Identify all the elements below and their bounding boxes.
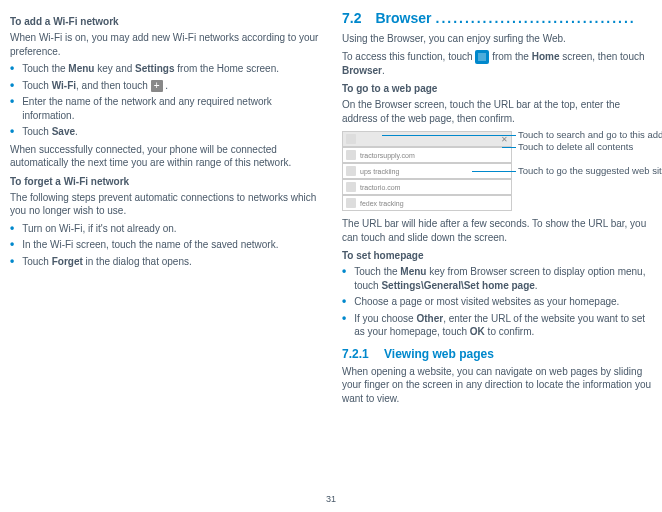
url-favicon-icon [346, 198, 356, 208]
page-number: 31 [0, 494, 662, 504]
right-column: 7.2 Browser ............................… [342, 10, 652, 502]
url-favicon-icon [346, 166, 356, 176]
heading-forget-wifi: To forget a Wi-Fi network [10, 176, 320, 187]
callout-line [472, 171, 516, 173]
bullet-dot-icon: • [10, 255, 14, 269]
paragraph: Using the Browser, you can enjoy surfing… [342, 32, 652, 46]
bullet-item: • Touch the Menu key from Browser screen… [342, 265, 652, 292]
bullet-item: • Touch Save. [10, 125, 320, 139]
bullet-item: • Touch Forget in the dialog that opens. [10, 255, 320, 269]
url-suggestion-text: fedex tracking [360, 200, 508, 207]
compass-icon [475, 50, 489, 64]
paragraph: When Wi-Fi is on, you may add new Wi-Fi … [10, 31, 320, 58]
subsection-heading: 7.2.1 Viewing web pages [342, 347, 652, 361]
bullet-text: Touch Wi-Fi, and then touch + . [22, 79, 320, 93]
bullet-text: Choose a page or most visited websites a… [354, 295, 652, 309]
section-number: 7.2 [342, 10, 361, 26]
paragraph: When opening a website, you can navigate… [342, 365, 652, 406]
paragraph: On the Browser screen, touch the URL bar… [342, 98, 652, 125]
plus-icon: + [151, 80, 163, 92]
url-favicon-icon [346, 134, 356, 144]
url-suggestion-text: tractorio.com [360, 184, 508, 191]
bullet-dot-icon: • [10, 222, 14, 236]
bullet-text: Turn on Wi-Fi, if it's not already on. [22, 222, 320, 236]
bullet-item: • Enter the name of the network and any … [10, 95, 320, 122]
bullet-item: • Touch Wi-Fi, and then touch + . [10, 79, 320, 93]
url-suggestion: tractorio.com [342, 179, 512, 195]
callout-suggested: Touch to go the suggested web site [518, 165, 662, 176]
callout-line [382, 135, 516, 137]
bullet-text: Touch the Menu key and Settings from the… [22, 62, 320, 76]
bullet-dot-icon: • [10, 125, 14, 139]
heading-goto-page: To go to a web page [342, 83, 652, 94]
url-suggestion: fedex tracking [342, 195, 512, 211]
paragraph: The following steps prevent automatic co… [10, 191, 320, 218]
url-favicon-icon [346, 182, 356, 192]
bullet-dot-icon: • [342, 295, 346, 309]
left-column: To add a Wi-Fi network When Wi-Fi is on,… [10, 10, 320, 502]
bullet-item: • In the Wi-Fi screen, touch the name of… [10, 238, 320, 252]
bullet-item: • Turn on Wi-Fi, if it's not already on. [10, 222, 320, 236]
bullet-text: Enter the name of the network and any re… [22, 95, 320, 122]
heading-add-wifi: To add a Wi-Fi network [10, 16, 320, 27]
heading-set-homepage: To set homepage [342, 250, 652, 261]
callout-line [502, 147, 516, 149]
url-suggestion-text: tractorsupply.com [360, 152, 508, 159]
paragraph: The URL bar will hide after a few second… [342, 217, 652, 244]
bullet-dot-icon: • [10, 79, 14, 93]
section-title: Browser [375, 10, 431, 26]
bullet-dot-icon: • [342, 312, 346, 339]
bullet-text: If you choose Other, enter the URL of th… [354, 312, 652, 339]
bullet-dot-icon: • [342, 265, 346, 292]
bullet-text: Touch Forget in the dialog that opens. [22, 255, 320, 269]
subsection-number: 7.2.1 [342, 347, 369, 361]
url-favicon-icon [346, 150, 356, 160]
bullet-item: • Choose a page or most visited websites… [342, 295, 652, 309]
bullet-item: • Touch the Menu key and Settings from t… [10, 62, 320, 76]
bullet-dot-icon: • [10, 238, 14, 252]
bullet-dot-icon: • [10, 62, 14, 76]
subsection-title: Viewing web pages [384, 347, 494, 361]
paragraph: When successfully connected, your phone … [10, 143, 320, 170]
bullet-dot-icon: • [10, 95, 14, 122]
url-bar-illustration: ✕ tractorsupply.com ups trackiing tracto… [342, 131, 652, 211]
callout-delete: Touch to delete all contents [518, 141, 633, 152]
url-bar-top: ✕ [342, 131, 512, 147]
bullet-item: • If you choose Other, enter the URL of … [342, 312, 652, 339]
bullet-text: In the Wi-Fi screen, touch the name of t… [22, 238, 320, 252]
callout-search: Touch to search and go to this address [518, 129, 662, 140]
bullet-text: Touch the Menu key from Browser screen t… [354, 265, 652, 292]
paragraph: To access this function, touch from the … [342, 50, 652, 78]
section-heading-browser: 7.2 Browser ............................… [342, 10, 652, 26]
dotted-leader: .................................. [432, 10, 653, 26]
bullet-text: Touch Save. [22, 125, 320, 139]
url-suggestion: tractorsupply.com [342, 147, 512, 163]
